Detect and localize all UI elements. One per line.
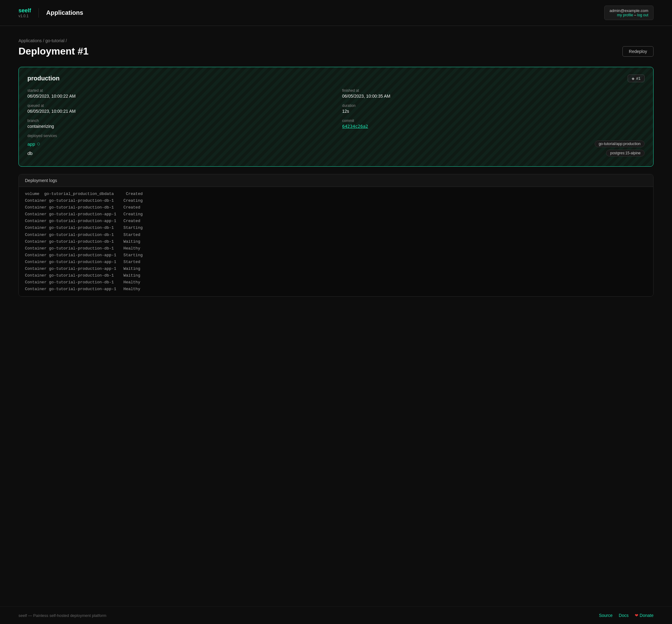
log-line: Container go-tutorial-production-app-1 C… [25,218,647,225]
badge-number: #1 [636,76,641,81]
service-row-db: db postgres:15-alpine [27,150,645,156]
deployed-services-label: deployed services [27,134,645,138]
footer: seelf — Painless self-hosted deployment … [0,606,672,624]
app-name: seelf [19,7,31,14]
log-line: Container go-tutorial-production-app-1 H… [25,286,647,293]
environment-name: production [27,75,59,82]
log-line: Container go-tutorial-production-app-1 W… [25,265,647,272]
breadcrumb: Applications / go-tutorial / [19,38,653,43]
header-link-separator: – [634,13,637,17]
log-line: Container go-tutorial-production-app-1 S… [25,259,647,265]
branch-value: containerizing [27,124,54,129]
commit-field: commit 64234c26a2 [342,119,645,129]
redeploy-button[interactable]: Redeploy [622,46,653,57]
donate-link[interactable]: Donate [640,613,653,618]
deployment-details-grid: started at 06/05/2023, 10:00:22 AM finis… [27,88,645,129]
duration-label: duration [342,103,645,108]
log-line: Container go-tutorial-production-db-1 St… [25,225,647,231]
commit-value[interactable]: 64234c26a2 [342,124,368,129]
header-divider [38,8,39,18]
log-line: Container go-tutorial-production-db-1 He… [25,279,647,286]
user-email: admin@example.com [610,8,648,13]
queued-at-label: queued at [27,103,330,108]
main-content: Applications / go-tutorial / Deployment … [0,26,672,606]
log-line: Container go-tutorial-production-app-1 S… [25,252,647,259]
log-line: Container go-tutorial-production-db-1 Wa… [25,272,647,279]
header-links: my profile – log out [617,13,648,17]
header: seelf v1.0.1 Applications admin@example.… [0,0,672,26]
deployment-card: production ◆ #1 started at 06/05/2023, 1… [19,67,653,166]
logo-block: seelf v1.0.1 [19,7,31,18]
donate-container: ❤ Donate [635,613,653,618]
nav-title: Applications [46,9,83,16]
heart-icon: ❤ [635,613,639,618]
finished-at-label: finished at [342,88,645,93]
footer-links: Source Docs ❤ Donate [599,613,653,618]
log-line: Container go-tutorial-production-db-1 St… [25,232,647,238]
finished-at-field: finished at 06/05/2023, 10:00:35 AM [342,88,645,99]
footer-tagline: seelf — Painless self-hosted deployment … [19,613,106,618]
logs-body[interactable]: volume go-tutorial_production_dbdata Cre… [19,187,653,296]
breadcrumb-applications[interactable]: Applications [19,38,42,43]
page-title-row: Deployment #1 Redeploy [19,46,653,57]
log-line: volume go-tutorial_production_dbdata Cre… [25,191,647,198]
log-line: Container go-tutorial-production-db-1 He… [25,245,647,252]
branch-label: branch [27,119,330,123]
log-line: Container go-tutorial-production-db-1 Cr… [25,198,647,204]
service-db-name: db [27,151,33,156]
services-section: deployed services app ⬡ go-tutorial/app:… [27,134,645,156]
logs-header: Deployment logs [19,174,653,187]
log-line: Container go-tutorial-production-app-1 C… [25,211,647,218]
service-db-tag: postgres:15-alpine [606,150,645,156]
log-out-link[interactable]: log out [637,13,648,17]
started-at-value: 06/05/2023, 10:00:22 AM [27,94,75,99]
service-app-tag: go-tutorial/app:production [595,140,645,147]
queued-at-field: queued at 06/05/2023, 10:00:21 AM [27,103,330,114]
service-row-app: app ⬡ go-tutorial/app:production [27,140,645,147]
diamond-icon: ◆ [632,76,635,81]
app-version: v1.0.1 [19,14,31,18]
source-link[interactable]: Source [599,613,613,618]
docs-link[interactable]: Docs [619,613,628,618]
user-menu: admin@example.com my profile – log out [604,5,653,20]
breadcrumb-go-tutorial[interactable]: go-tutorial [45,38,64,43]
branch-field: branch containerizing [27,119,330,129]
duration-value: 12s [342,109,349,114]
log-line: Container go-tutorial-production-db-1 Wa… [25,238,647,245]
external-link-icon: ⬡ [37,142,40,146]
finished-at-value: 06/05/2023, 10:00:35 AM [342,94,390,99]
queued-at-value: 06/05/2023, 10:00:21 AM [27,109,75,114]
log-line: Container go-tutorial-production-db-1 Cr… [25,204,647,211]
started-at-field: started at 06/05/2023, 10:00:22 AM [27,88,330,99]
commit-label: commit [342,119,645,123]
service-app-name[interactable]: app ⬡ [27,141,40,147]
duration-field: duration 12s [342,103,645,114]
logs-card: Deployment logs volume go-tutorial_produ… [19,174,653,296]
page-title: Deployment #1 [19,46,89,57]
my-profile-link[interactable]: my profile [617,13,633,17]
deployment-card-header: production ◆ #1 [27,75,645,82]
deployment-badge: ◆ #1 [628,75,645,82]
started-at-label: started at [27,88,330,93]
header-left: seelf v1.0.1 Applications [19,7,83,18]
